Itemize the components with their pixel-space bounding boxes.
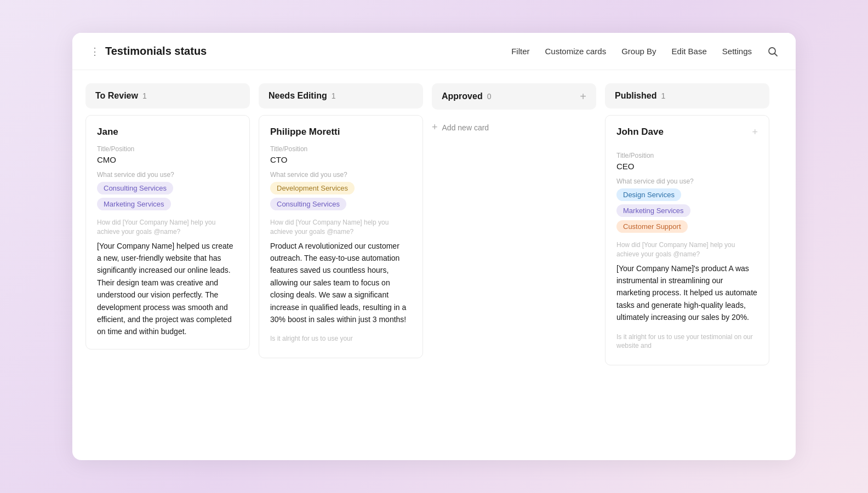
card-jane: Jane Title/Position CMO What service did… bbox=[85, 115, 250, 349]
column-header-to-review: To Review 1 bbox=[85, 83, 250, 108]
column-approved: Approved 0 + + Add new card bbox=[432, 83, 596, 139]
add-card-plus-icon: + bbox=[432, 122, 438, 133]
tag-marketing-services-2: Marketing Services bbox=[616, 204, 690, 217]
card-john: John Dave + Title/Position CEO What serv… bbox=[605, 115, 769, 365]
card-philippe-question: How did [Your Company Name] help you ach… bbox=[270, 218, 412, 237]
card-john-name: John Dave bbox=[616, 127, 664, 137]
card-philippe-title-label: Title/Position bbox=[270, 145, 412, 153]
column-count-published: 1 bbox=[661, 91, 665, 100]
card-philippe-title-value: CTO bbox=[270, 155, 412, 164]
card-jane-testimonial: [Your Company Name] helped us create a n… bbox=[97, 240, 238, 338]
column-count-approved: 0 bbox=[487, 92, 492, 101]
card-jane-name: Jane bbox=[97, 127, 238, 137]
card-philippe-name: Philippe Moretti bbox=[270, 127, 412, 137]
customize-cards-button[interactable]: Customize cards bbox=[545, 47, 607, 56]
column-count-to-review: 1 bbox=[142, 91, 147, 100]
card-john-tags: Design Services Marketing Services Custo… bbox=[616, 188, 758, 233]
card-john-title-value: CEO bbox=[616, 162, 758, 171]
svg-line-1 bbox=[775, 53, 778, 56]
tag-customer-support: Customer Support bbox=[616, 220, 688, 233]
header: ⋮ Testimonials status Filter Customize c… bbox=[72, 33, 796, 70]
app-container: ⋮ Testimonials status Filter Customize c… bbox=[72, 33, 796, 460]
column-title-to-review: To Review bbox=[95, 91, 138, 101]
card-jane-question: How did [Your Company Name] help you ach… bbox=[97, 218, 238, 237]
column-header-needs-editing: Needs Editing 1 bbox=[259, 83, 423, 108]
card-philippe-tail: Is it alright for us to use your bbox=[270, 334, 412, 343]
card-john-add-btn[interactable]: + bbox=[752, 127, 758, 138]
card-philippe-service-label: What service did you use? bbox=[270, 171, 412, 179]
edit-base-button[interactable]: Edit Base bbox=[672, 47, 707, 56]
tag-marketing-services: Marketing Services bbox=[97, 198, 171, 210]
card-jane-title-label: Title/Position bbox=[97, 145, 238, 153]
approved-add-button[interactable]: + bbox=[580, 91, 586, 102]
card-philippe-testimonial: Product A revolutionized our customer ou… bbox=[270, 240, 412, 326]
card-philippe: Philippe Moretti Title/Position CTO What… bbox=[259, 115, 423, 358]
tag-design-services: Design Services bbox=[616, 188, 681, 201]
header-actions: Filter Customize cards Group By Edit Bas… bbox=[511, 46, 778, 57]
tag-development-services: Development Services bbox=[270, 182, 355, 194]
card-john-tail: Is it alright for us to use your testimo… bbox=[616, 333, 758, 351]
column-header-published: Published 1 bbox=[605, 83, 769, 108]
column-title-published: Published bbox=[615, 91, 656, 101]
tag-consulting-services: Consulting Services bbox=[97, 182, 173, 194]
search-button[interactable] bbox=[767, 46, 778, 57]
card-john-service-label: What service did you use? bbox=[616, 177, 758, 185]
page-title: Testimonials status bbox=[105, 45, 207, 58]
group-by-button[interactable]: Group By bbox=[621, 47, 656, 56]
menu-dots-icon[interactable]: ⋮ bbox=[90, 45, 100, 58]
card-philippe-tags: Development Services Consulting Services bbox=[270, 182, 412, 210]
header-left: ⋮ Testimonials status bbox=[90, 45, 511, 58]
card-john-testimonial: [Your Company Name]'s product A was inst… bbox=[616, 262, 758, 324]
column-count-needs-editing: 1 bbox=[332, 91, 336, 100]
board: To Review 1 Jane Title/Position CMO What… bbox=[72, 70, 796, 454]
settings-button[interactable]: Settings bbox=[722, 47, 752, 56]
card-john-title-label: Title/Position bbox=[616, 152, 758, 159]
column-to-review: To Review 1 Jane Title/Position CMO What… bbox=[85, 83, 250, 356]
card-john-header-row: John Dave + bbox=[616, 127, 758, 145]
card-john-question: How did [Your Company Name] help you ach… bbox=[616, 240, 758, 259]
column-title-needs-editing: Needs Editing bbox=[269, 91, 327, 101]
add-new-card-row[interactable]: + Add new card bbox=[432, 116, 596, 139]
tag-consulting-services-2: Consulting Services bbox=[270, 198, 346, 210]
column-published: Published 1 John Dave + Title/Position C… bbox=[605, 83, 769, 372]
filter-button[interactable]: Filter bbox=[511, 47, 529, 56]
column-needs-editing: Needs Editing 1 Philippe Moretti Title/P… bbox=[259, 83, 423, 365]
column-header-approved: Approved 0 + bbox=[432, 83, 596, 110]
column-title-approved: Approved bbox=[442, 91, 483, 101]
card-jane-service-label: What service did you use? bbox=[97, 171, 238, 179]
card-jane-title-value: CMO bbox=[97, 155, 238, 164]
add-card-label: Add new card bbox=[442, 123, 489, 132]
card-jane-tags: Consulting Services Marketing Services bbox=[97, 182, 238, 210]
